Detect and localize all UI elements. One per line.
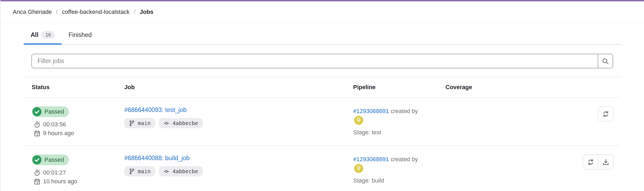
breadcrumb: Anca Ghenade / coffee-backend-localstack…: [13, 9, 153, 15]
retry-icon: [602, 110, 609, 118]
status-badge-passed[interactable]: Passed: [32, 155, 69, 165]
filter-jobs-input[interactable]: [32, 54, 598, 68]
job-actions-button-group: [583, 155, 613, 169]
ref-row: main 4abbecbe: [124, 118, 337, 128]
column-header-pipeline: Pipeline: [345, 77, 437, 98]
retry-icon: [587, 159, 594, 166]
branch-name: main: [138, 120, 151, 126]
branch-ref-badge[interactable]: main: [124, 166, 155, 176]
retry-job-button[interactable]: [598, 106, 613, 121]
status-badge-passed[interactable]: Passed: [32, 106, 69, 117]
commit-sha: 4abbecbe: [172, 120, 198, 126]
breadcrumb-separator: /: [134, 9, 135, 15]
breadcrumb-bar: Anca Ghenade / coffee-backend-localstack…: [1, 1, 644, 23]
download-artifacts-button[interactable]: [598, 155, 613, 169]
tab-all-count-badge: 16: [42, 31, 55, 39]
pipeline-created-by-text: created by: [391, 108, 418, 114]
job-id-link[interactable]: #6866440088: build_job: [124, 155, 190, 162]
branch-ref-badge[interactable]: main: [124, 118, 155, 128]
column-header-actions: [520, 77, 621, 98]
job-finished-ago-value: 10 hours ago: [43, 178, 77, 185]
job-cell: #6866440088: build_job main 4abbecbe: [116, 146, 345, 191]
breadcrumb-project[interactable]: coffee-backend-localstack: [62, 9, 130, 15]
status-cell: Passed 00:03:56 9 hours ago: [24, 98, 116, 146]
job-duration: 00:03:56: [34, 121, 108, 128]
commit-icon: [163, 168, 170, 175]
tab-all-label: All: [31, 31, 38, 39]
pipeline-cell: #1293068691 created by Stage: test: [345, 98, 437, 146]
timer-icon: [34, 169, 40, 176]
job-id-link[interactable]: #6866440093: test_job: [124, 106, 187, 114]
calendar-icon: [34, 130, 40, 137]
download-icon: [602, 159, 609, 166]
jobs-scope-tabs: All 16 Finished: [24, 27, 621, 45]
retry-job-button[interactable]: [583, 155, 598, 169]
branch-icon: [129, 168, 135, 175]
commit-sha-badge[interactable]: 4abbecbe: [159, 118, 203, 128]
pipeline-created-by-text: created by: [391, 156, 418, 163]
job-row: Passed 00:01:27 10 hours ago #6866440088…: [24, 146, 621, 191]
job-finished-ago: 9 hours ago: [34, 130, 108, 137]
breadcrumb-separator: /: [56, 9, 58, 15]
ref-row: main 4abbecbe: [124, 166, 337, 176]
pipeline-cell: #1293068691 created by Stage: build: [345, 146, 437, 191]
job-row: Passed 00:03:56 9 hours ago #6866440093:…: [24, 98, 621, 146]
job-finished-ago: 10 hours ago: [34, 178, 108, 185]
search-button[interactable]: [598, 54, 613, 68]
pipeline-stage: Stage: build: [353, 177, 430, 184]
breadcrumb-project-owner[interactable]: Anca Ghenade: [13, 9, 52, 15]
jobs-table: Status Job Pipeline Coverage Passed 00:0…: [24, 77, 621, 191]
jobs-page-content: All 16 Finished Status Job Pipeline Cove…: [24, 27, 621, 191]
commit-sha: 4abbecbe: [172, 168, 198, 175]
pipeline-stage: Stage: test: [353, 129, 430, 136]
breadcrumb-current-page: Jobs: [140, 9, 153, 15]
pipeline-author-avatar[interactable]: [354, 116, 363, 125]
status-passed-icon: [32, 107, 42, 116]
branch-icon: [129, 120, 135, 126]
actions-cell: [520, 146, 621, 191]
timer-icon: [34, 121, 40, 128]
calendar-icon: [34, 178, 40, 185]
pipeline-id-link[interactable]: #1293068691: [353, 156, 389, 163]
branch-name: main: [138, 168, 151, 175]
job-duration-value: 00:01:27: [43, 169, 66, 176]
actions-cell: [520, 98, 621, 146]
coverage-cell: [437, 146, 520, 191]
job-finished-ago-value: 9 hours ago: [43, 130, 74, 137]
tab-finished[interactable]: Finished: [62, 27, 99, 44]
pipeline-info: #1293068691 created by: [353, 106, 424, 125]
filter-input-group: [31, 54, 613, 68]
job-duration-value: 00:03:56: [43, 121, 66, 128]
column-header-status: Status: [24, 77, 116, 98]
tab-all[interactable]: All 16: [24, 27, 62, 44]
filter-row: [31, 54, 613, 68]
commit-icon: [163, 120, 170, 126]
column-header-coverage: Coverage: [437, 77, 520, 98]
status-badge-label: Passed: [44, 108, 64, 115]
search-icon: [602, 58, 609, 65]
job-cell: #6866440093: test_job main 4abbecbe: [116, 98, 345, 146]
status-cell: Passed 00:01:27 10 hours ago: [24, 146, 116, 191]
coverage-cell: [437, 98, 520, 146]
column-header-job: Job: [116, 77, 345, 98]
status-passed-icon: [32, 155, 42, 164]
tab-finished-label: Finished: [69, 31, 92, 39]
pipeline-id-link[interactable]: #1293068691: [353, 108, 389, 114]
table-header-row: Status Job Pipeline Coverage: [24, 77, 621, 98]
commit-sha-badge[interactable]: 4abbecbe: [159, 166, 203, 176]
status-badge-label: Passed: [44, 156, 64, 163]
job-duration: 00:01:27: [34, 169, 108, 176]
pipeline-author-avatar[interactable]: [354, 164, 363, 173]
pipeline-info: #1293068691 created by: [353, 155, 424, 173]
